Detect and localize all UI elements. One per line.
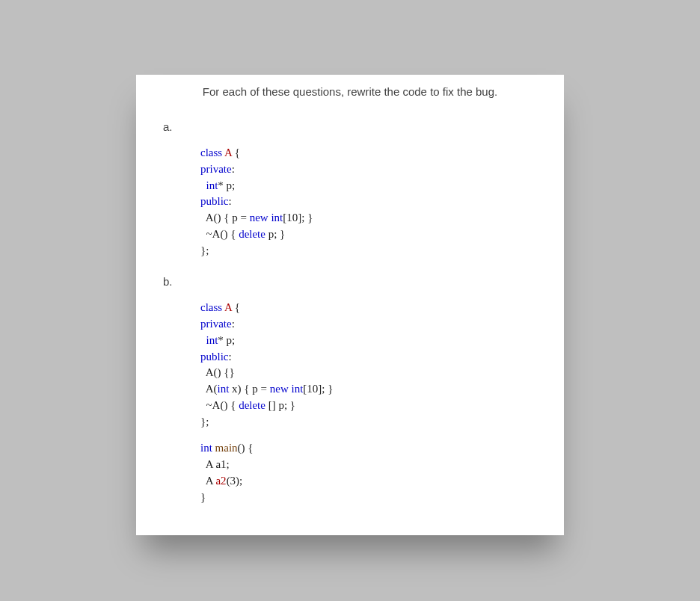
- code-block-b: class A { private: int* p; public: A() {…: [200, 300, 541, 505]
- code-token: [200, 383, 206, 395]
- code-token: :: [229, 351, 232, 363]
- code-line: public:: [200, 349, 541, 366]
- code-line: A() { p = new int[10]; }: [200, 210, 541, 226]
- code-token: delete: [239, 399, 265, 411]
- code-token: [200, 212, 206, 224]
- code-token: }: [200, 491, 206, 503]
- code-token: A(: [206, 383, 218, 395]
- code-token: () {: [238, 442, 254, 454]
- code-token: A() { p =: [206, 212, 250, 224]
- code-line: int* p;: [200, 333, 541, 349]
- code-token: [200, 179, 206, 191]
- code-token: int: [218, 383, 230, 395]
- question-a-label: a.: [163, 120, 541, 133]
- code-line: int main() {: [200, 440, 541, 457]
- code-token: int: [292, 383, 304, 395]
- code-token: private: [200, 318, 232, 330]
- code-token: private: [200, 163, 232, 175]
- document-page: For each of these questions, rewrite the…: [136, 75, 564, 535]
- code-token: A() {}: [206, 366, 235, 378]
- page-title: For each of these questions, rewrite the…: [159, 85, 541, 98]
- code-token: class: [200, 301, 222, 313]
- code-token: int: [206, 179, 218, 191]
- code-token: [10]; }: [283, 212, 313, 224]
- code-token: ~A() {: [206, 399, 239, 411]
- code-token: * p;: [218, 334, 235, 346]
- code-token: new: [270, 383, 289, 395]
- code-token: {: [232, 301, 240, 313]
- code-line: class A {: [200, 145, 541, 161]
- code-line: public:: [200, 194, 541, 210]
- code-line: class A {: [200, 300, 541, 316]
- code-token: [200, 334, 206, 346]
- code-token: public: [200, 195, 229, 207]
- spacer: [200, 430, 541, 440]
- code-token: (3);: [227, 475, 243, 487]
- code-token: {: [232, 147, 240, 158]
- code-token: new: [250, 212, 268, 224]
- code-token: x) { p =: [229, 383, 269, 395]
- code-token: int: [206, 334, 218, 346]
- code-line: int* p;: [200, 178, 541, 194]
- code-token: int: [271, 212, 283, 224]
- code-token: [200, 228, 206, 240]
- code-token: ~A() {: [206, 228, 239, 240]
- code-token: [200, 475, 206, 487]
- code-line: A() {}: [200, 365, 541, 381]
- code-token: :: [232, 318, 235, 330]
- code-token: };: [200, 416, 209, 428]
- code-token: p; }: [265, 228, 285, 240]
- code-line: };: [200, 414, 541, 431]
- code-token: public: [200, 351, 229, 363]
- code-token: A a1;: [206, 458, 230, 470]
- code-token: };: [200, 244, 209, 256]
- code-line: private:: [200, 161, 541, 178]
- code-line: private:: [200, 316, 541, 333]
- code-token: class: [200, 147, 222, 158]
- code-line: ~A() { delete p; }: [200, 226, 541, 243]
- code-line: A(int x) { p = new int[10]; }: [200, 381, 541, 398]
- code-token: * p;: [218, 179, 235, 191]
- code-token: a2: [215, 475, 226, 487]
- code-token: main: [212, 442, 238, 454]
- code-line: }: [200, 490, 541, 506]
- code-token: [] p; }: [265, 399, 295, 411]
- code-token: int: [200, 442, 212, 454]
- code-block-a: class A { private: int* p; public: A() {…: [200, 145, 541, 259]
- code-token: [10]; }: [303, 383, 333, 395]
- code-token: :: [232, 163, 235, 175]
- code-token: A: [206, 475, 216, 487]
- code-token: A: [222, 147, 232, 158]
- question-b-label: b.: [163, 275, 541, 288]
- code-token: :: [229, 195, 232, 207]
- code-token: [200, 399, 206, 411]
- code-token: [200, 366, 206, 378]
- code-token: delete: [239, 228, 265, 240]
- code-line: A a2(3);: [200, 473, 541, 490]
- code-token: [200, 458, 206, 470]
- code-line: ~A() { delete [] p; }: [200, 398, 541, 414]
- spacer: [159, 259, 541, 275]
- code-token: A: [222, 301, 232, 313]
- code-line: };: [200, 243, 541, 259]
- code-line: A a1;: [200, 457, 541, 473]
